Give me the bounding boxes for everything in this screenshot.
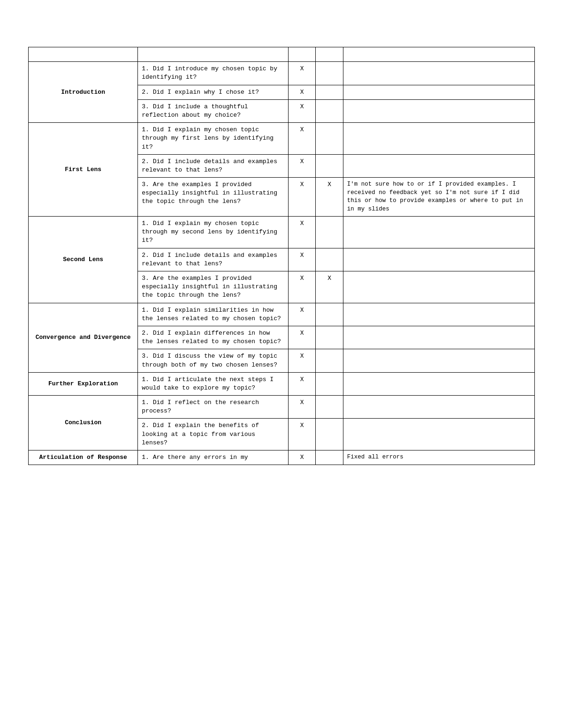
notes-cell bbox=[343, 123, 534, 155]
question-cell: 2. Did I explain the benefits of looking… bbox=[138, 419, 289, 450]
yes-cell: X bbox=[289, 303, 316, 326]
yes-cell: X bbox=[289, 123, 316, 155]
no-cell: X bbox=[316, 271, 343, 303]
notes-cell bbox=[343, 349, 534, 372]
no-cell bbox=[316, 85, 343, 99]
notes-cell bbox=[343, 248, 534, 271]
critical-element-2: Second Lens bbox=[29, 217, 138, 303]
no-cell bbox=[316, 99, 343, 122]
yes-cell: X bbox=[289, 248, 316, 271]
question-cell: 2. Did I include details and examples re… bbox=[138, 248, 289, 271]
question-cell: 1. Did I explain my chosen topic through… bbox=[138, 217, 289, 248]
question-cell: 1. Did I explain similarities in how the… bbox=[138, 303, 289, 326]
notes-cell bbox=[343, 154, 534, 177]
header-no bbox=[316, 47, 343, 62]
yes-cell: X bbox=[289, 450, 316, 465]
yes-cell: X bbox=[289, 178, 316, 217]
no-cell bbox=[316, 217, 343, 248]
yes-cell: X bbox=[289, 62, 316, 85]
notes-cell bbox=[343, 303, 534, 326]
notes-cell: Fixed all errors bbox=[343, 450, 534, 465]
notes-cell bbox=[343, 271, 534, 303]
question-cell: 2. Did I explain why I chose it? bbox=[138, 85, 289, 99]
yes-cell: X bbox=[289, 154, 316, 177]
header-questions bbox=[138, 47, 289, 62]
notes-cell bbox=[343, 99, 534, 122]
yes-cell: X bbox=[289, 99, 316, 122]
question-cell: 3. Are the examples I provided especiall… bbox=[138, 271, 289, 303]
critical-element-6: Articulation of Response bbox=[29, 450, 138, 465]
rubric-table: Introduction1. Did I introduce my chosen… bbox=[28, 47, 535, 465]
question-cell: 3. Did I discuss the view of my topic th… bbox=[138, 349, 289, 372]
question-cell: 2. Did I explain differences in how the … bbox=[138, 326, 289, 349]
yes-cell: X bbox=[289, 396, 316, 419]
critical-element-3: Convergence and Divergence bbox=[29, 303, 138, 372]
no-cell bbox=[316, 349, 343, 372]
header-critical bbox=[29, 47, 138, 62]
question-cell: 3. Did I include a thoughtful reflection… bbox=[138, 99, 289, 122]
no-cell: X bbox=[316, 178, 343, 217]
question-cell: 1. Did I introduce my chosen topic by id… bbox=[138, 62, 289, 85]
header-yes bbox=[289, 47, 316, 62]
yes-cell: X bbox=[289, 271, 316, 303]
yes-cell: X bbox=[289, 419, 316, 450]
yes-cell: X bbox=[289, 85, 316, 99]
no-cell bbox=[316, 326, 343, 349]
question-cell: 1. Did I reflect on the research process… bbox=[138, 396, 289, 419]
no-cell bbox=[316, 396, 343, 419]
notes-cell bbox=[343, 217, 534, 248]
notes-cell bbox=[343, 326, 534, 349]
question-cell: 1. Are there any errors in my bbox=[138, 450, 289, 465]
notes-cell: I'm not sure how to or if I provided exa… bbox=[343, 178, 534, 217]
no-cell bbox=[316, 450, 343, 465]
no-cell bbox=[316, 123, 343, 155]
notes-cell bbox=[343, 372, 534, 395]
yes-cell: X bbox=[289, 349, 316, 372]
no-cell bbox=[316, 372, 343, 395]
yes-cell: X bbox=[289, 372, 316, 395]
no-cell bbox=[316, 248, 343, 271]
yes-cell: X bbox=[289, 217, 316, 248]
critical-element-5: Conclusion bbox=[29, 396, 138, 450]
no-cell bbox=[316, 62, 343, 85]
question-cell: 1. Did I articulate the next steps I wou… bbox=[138, 372, 289, 395]
question-cell: 1. Did I explain my chosen topic through… bbox=[138, 123, 289, 155]
no-cell bbox=[316, 419, 343, 450]
notes-cell bbox=[343, 396, 534, 419]
critical-element-0: Introduction bbox=[29, 62, 138, 123]
yes-cell: X bbox=[289, 326, 316, 349]
no-cell bbox=[316, 154, 343, 177]
no-cell bbox=[316, 303, 343, 326]
notes-cell bbox=[343, 85, 534, 99]
notes-cell bbox=[343, 62, 534, 85]
header-notes bbox=[343, 47, 534, 62]
notes-cell bbox=[343, 419, 534, 450]
critical-element-1: First Lens bbox=[29, 123, 138, 217]
question-cell: 2. Did I include details and examples re… bbox=[138, 154, 289, 177]
critical-element-4: Further Exploration bbox=[29, 372, 138, 395]
question-cell: 3. Are the examples I provided especiall… bbox=[138, 178, 289, 217]
